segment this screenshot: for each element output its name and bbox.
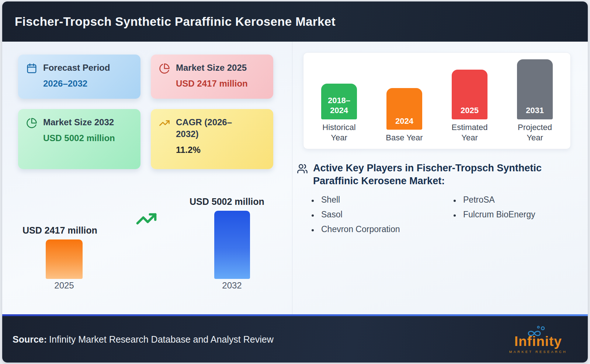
bar-axis-label-2032: 2032 [214,280,250,291]
page-title: Fischer-Tropsch Synthetic Paraffinic Ker… [15,15,336,29]
trending-up-icon [159,118,170,129]
infinity-logo: Infinity MARKET RESEARCH [509,325,567,354]
key-player-item: PetroSA [460,195,581,205]
source-line: Source:Infinity Market Research Database… [13,334,274,345]
bar-axis-label-2025: 2025 [46,280,83,291]
header: Fischer-Tropsch Synthetic Paraffinic Ker… [2,1,588,42]
footer: Source:Infinity Market Research Database… [2,314,588,363]
timeline-group-estimated: 2025 Estimated Year [447,70,493,143]
timeline-card: 2018–2024 Historical Year 2024 Base Year… [303,52,571,149]
bar-2032 [214,211,250,279]
source-label: Source: [13,334,47,344]
source-text: Infinity Market Research Database and An… [49,334,274,344]
timeline-bar-label: 2031 [526,105,544,116]
card-value: USD 2417 million [176,78,265,90]
card-cagr: CAGR (2026–2032) 11.2% [151,109,273,169]
calendar-icon [26,63,37,74]
pie-chart-icon [26,118,37,129]
summary-cards: Forecast Period 2026–2032 Market Size 20… [18,55,273,169]
timeline-bar: 2024 [386,88,422,130]
bar-value-label-2025: USD 2417 million [22,225,97,236]
timeline-bar-label: 2018–2024 [323,95,355,116]
timeline-bar-label: 2024 [395,116,413,126]
card-title: CAGR (2026–2032) [176,116,254,140]
timeline-caption: Historical Year [316,122,362,143]
trending-up-icon [132,208,161,230]
card-value: 11.2% [176,144,265,156]
logo-subtitle: MARKET RESEARCH [509,350,567,354]
card-title: Market Size 2032 [43,116,132,129]
logo-name: Infinity [514,335,562,348]
key-players-section: Active Key Players in Fischer-Tropsch Sy… [297,162,581,239]
card-market-size-2032: Market Size 2032 USD 5002 million [18,109,140,169]
card-title: Forecast Period [43,62,132,74]
timeline-bar: 2031 [517,59,553,119]
bar-value-label-2032: USD 5002 million [190,196,264,207]
timeline-bar: 2018–2024 [321,84,357,119]
timeline-group-base: 2024 Base Year [382,88,427,143]
timeline-caption: Estimated Year [447,122,493,143]
timeline-caption: Base Year [382,133,427,143]
timeline-group-projected: 2031 Projected Year [512,59,558,143]
key-player-item: Chevron Corporation [318,224,439,234]
card-forecast-period: Forecast Period 2026–2032 [18,55,140,99]
key-players-heading-row: Active Key Players in Fischer-Tropsch Sy… [297,162,581,188]
bar-2025 [46,239,83,279]
pie-chart-icon [159,63,170,74]
timeline-group-historical: 2018–2024 Historical Year [316,84,362,143]
users-icon [297,163,308,174]
card-title: Market Size 2025 [176,62,265,74]
key-player-item: Shell [318,195,439,205]
card-market-size-2025: Market Size 2025 USD 2417 million [151,55,273,99]
card-value: USD 5002 million [43,132,132,144]
key-player-item: Sasol [318,210,439,220]
key-players-lists: Shell Sasol Chevron Corporation PetroSA … [297,195,581,239]
main-content: Forecast Period 2026–2032 Market Size 20… [2,42,588,314]
key-players-column-1: Shell Sasol Chevron Corporation [297,195,439,239]
right-panel: 2018–2024 Historical Year 2024 Base Year… [292,42,588,314]
key-players-column-2: PetroSA Fulcrum BioEnergy [439,195,581,239]
left-panel: Forecast Period 2026–2032 Market Size 20… [2,42,292,314]
infographic-frame: Fischer-Tropsch Synthetic Paraffinic Ker… [2,1,588,363]
key-player-item: Fulcrum BioEnergy [460,210,581,220]
key-players-heading: Active Key Players in Fischer-Tropsch Sy… [313,162,571,188]
timeline-bar: 2025 [452,70,487,119]
timeline-caption: Projected Year [512,122,558,143]
footer-row: Source:Infinity Market Research Database… [2,316,588,363]
card-value: 2026–2032 [43,78,132,90]
timeline-bar-label: 2025 [461,105,479,116]
